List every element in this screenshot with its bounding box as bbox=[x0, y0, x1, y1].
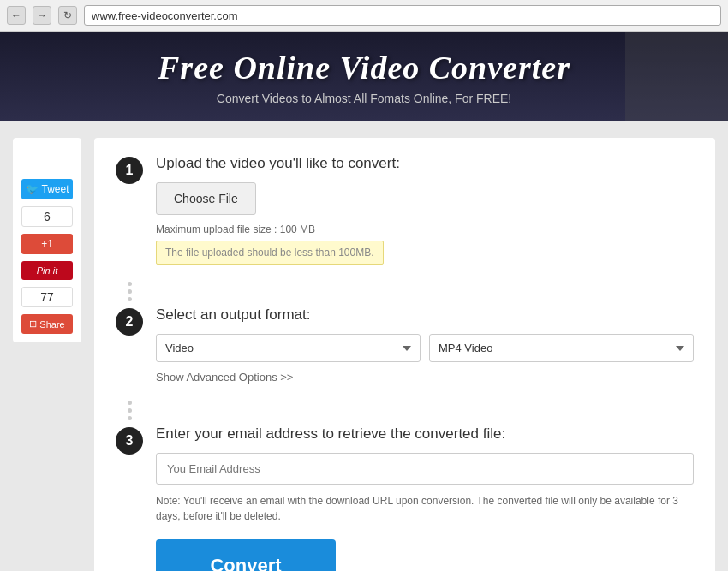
step-1-content: Upload the video you'll like to convert:… bbox=[156, 155, 694, 265]
step-3-content: Enter your email address to retrieve the… bbox=[156, 425, 694, 571]
tweet-button[interactable]: 🐦 Tweet bbox=[21, 179, 73, 199]
site-title: Free Online Video Converter bbox=[9, 49, 719, 86]
file-size-note: Maximum upload file size : 100 MB bbox=[156, 223, 694, 235]
step-2-content: Select an output format: Video Audio MP4… bbox=[156, 306, 694, 384]
site-header: Free Online Video Converter Convert Vide… bbox=[0, 32, 728, 121]
advanced-options-toggle[interactable]: Show Advanced Options >> bbox=[156, 371, 694, 384]
share-label: Share bbox=[39, 319, 64, 330]
step-3: 3 Enter your email address to retrieve t… bbox=[116, 425, 694, 571]
dots-column-2 bbox=[116, 399, 143, 422]
dots-column-1 bbox=[116, 280, 143, 303]
format-type-select[interactable]: Video Audio bbox=[156, 334, 421, 362]
forward-button[interactable]: → bbox=[33, 6, 51, 25]
step-1-label: Upload the video you'll like to convert: bbox=[156, 155, 694, 172]
format-dropdowns: Video Audio MP4 Video AVI Video MOV Vide… bbox=[156, 334, 694, 362]
dot bbox=[128, 297, 132, 301]
share-count: 77 bbox=[21, 287, 73, 307]
refresh-button[interactable]: ↻ bbox=[58, 6, 77, 25]
email-input[interactable] bbox=[156, 453, 694, 485]
step-3-number: 3 bbox=[116, 427, 143, 455]
twitter-icon: 🐦 bbox=[26, 183, 39, 195]
step-1: 1 Upload the video you'll like to conver… bbox=[116, 155, 694, 265]
main-content: 🐦 Tweet 6 +1 Pin it 77 ⊞ Share 1 Upload … bbox=[0, 121, 728, 571]
dots-separator-2 bbox=[116, 399, 694, 422]
browser-chrome: ← → ↻ bbox=[0, 0, 728, 32]
site-subtitle: Convert Videos to Almost All Fomats Onli… bbox=[9, 92, 719, 105]
step-3-label: Enter your email address to retrieve the… bbox=[156, 425, 694, 443]
step-2-label: Select an output format: bbox=[156, 306, 694, 324]
email-note: Note: You'll receive an email with the d… bbox=[156, 493, 694, 524]
step-1-number: 1 bbox=[116, 157, 143, 184]
dot bbox=[128, 282, 132, 286]
choose-file-button[interactable]: Choose File bbox=[156, 182, 256, 215]
pinterest-button[interactable]: Pin it bbox=[21, 261, 73, 280]
dot bbox=[128, 408, 132, 413]
step-2-number: 2 bbox=[116, 308, 143, 336]
dots-separator-1 bbox=[116, 280, 694, 303]
warning-box: The file uploaded should be less than 10… bbox=[156, 241, 384, 265]
format-codec-select[interactable]: MP4 Video AVI Video MOV Video MKV Video … bbox=[429, 334, 694, 362]
sidebar: 🐦 Tweet 6 +1 Pin it 77 ⊞ Share bbox=[13, 138, 81, 342]
step-2: 2 Select an output format: Video Audio M… bbox=[116, 306, 694, 384]
share-icon: ⊞ bbox=[29, 318, 37, 330]
dot bbox=[128, 289, 132, 294]
dot bbox=[128, 401, 132, 405]
dot bbox=[128, 416, 132, 420]
back-button[interactable]: ← bbox=[7, 6, 26, 25]
share-button[interactable]: ⊞ Share bbox=[21, 314, 73, 334]
gplus-button[interactable]: +1 bbox=[21, 234, 73, 254]
tweet-count: 6 bbox=[21, 206, 73, 227]
tweet-label: Tweet bbox=[42, 183, 69, 195]
form-area: 1 Upload the video you'll like to conver… bbox=[94, 138, 715, 571]
convert-button[interactable]: Convert bbox=[156, 539, 336, 571]
address-bar[interactable] bbox=[84, 5, 721, 26]
